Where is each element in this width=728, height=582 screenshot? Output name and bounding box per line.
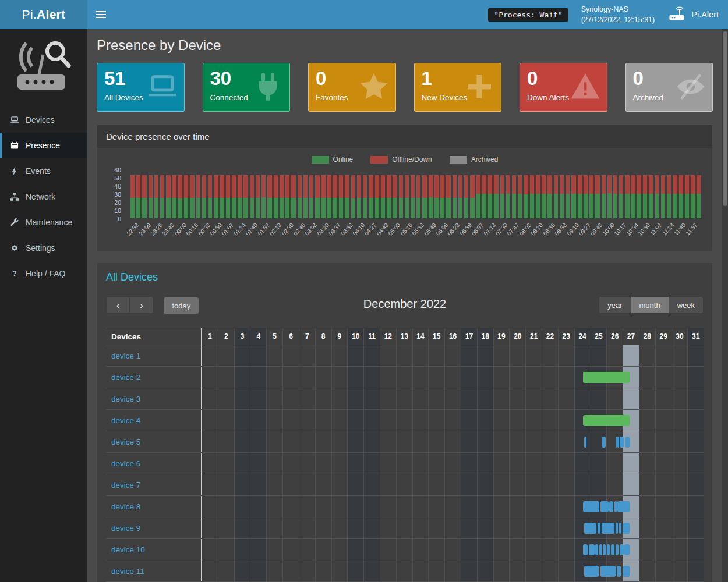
chart-bar[interactable] [196, 175, 200, 218]
presence-event-session[interactable] [617, 436, 619, 448]
chart-bar[interactable] [399, 175, 403, 218]
chart-bar[interactable] [542, 175, 546, 218]
chart-bar[interactable] [351, 175, 355, 218]
chart-bar[interactable] [578, 175, 582, 218]
chart-bar[interactable] [643, 175, 647, 218]
chart-bar[interactable] [142, 175, 146, 218]
presence-event-session[interactable] [599, 544, 602, 555]
chart-bar[interactable] [256, 175, 260, 218]
chart-bar[interactable] [172, 175, 176, 218]
presence-event-session[interactable] [602, 436, 606, 448]
chart-bar[interactable] [166, 175, 170, 218]
presence-event-online[interactable] [583, 415, 630, 426]
chart-bar[interactable] [679, 175, 683, 218]
presence-event-session[interactable] [584, 523, 596, 534]
device-link[interactable]: device 10 [111, 545, 145, 554]
chart-bar[interactable] [411, 175, 415, 218]
sidebar-item-presence[interactable]: Presence [0, 133, 87, 158]
presence-event-session[interactable] [625, 436, 630, 448]
presence-event-session[interactable] [620, 544, 623, 555]
chart-bar[interactable] [190, 175, 194, 218]
app-logo[interactable]: Pi.Alert [0, 0, 87, 29]
presence-event-session[interactable] [584, 566, 599, 577]
chart-bar[interactable] [303, 175, 308, 218]
presence-event-session[interactable] [609, 501, 613, 512]
device-link[interactable]: device 3 [111, 395, 140, 403]
summary-card-connected[interactable]: 30Connected [203, 63, 291, 112]
summary-card-favorites[interactable]: 0Favorites [308, 63, 396, 112]
chart-bar[interactable] [571, 175, 575, 218]
chart-bar[interactable] [416, 175, 420, 218]
hamburger-menu-icon[interactable] [87, 0, 114, 29]
summary-card-new-devices[interactable]: 1New Devices [414, 63, 502, 112]
summary-card-down-alerts[interactable]: 0Down Alerts [520, 63, 607, 112]
chart-bar[interactable] [494, 175, 498, 218]
presence-event-session[interactable] [623, 566, 630, 577]
chart-bar[interactable] [536, 175, 540, 218]
view-week-button[interactable]: week [669, 296, 704, 314]
presence-event-session[interactable] [617, 566, 621, 577]
chart-bar[interactable] [453, 175, 457, 218]
chart-bar[interactable] [530, 175, 534, 218]
sidebar-item-devices[interactable]: Devices [0, 107, 87, 133]
chart-bar[interactable] [202, 175, 206, 218]
chart-bar[interactable] [464, 175, 468, 218]
chart-bar[interactable] [238, 175, 242, 218]
chart-bar[interactable] [149, 175, 153, 218]
device-link[interactable]: device 6 [111, 459, 140, 468]
chart-bar[interactable] [274, 175, 278, 218]
chart-bar[interactable] [518, 175, 522, 218]
chart-bar[interactable] [446, 175, 450, 218]
presence-event-session[interactable] [600, 566, 616, 577]
presence-event-session[interactable] [589, 544, 594, 555]
chart-bar[interactable] [602, 175, 606, 218]
chart-bar[interactable] [381, 175, 385, 218]
presence-event-session[interactable] [620, 436, 624, 448]
presence-event-session[interactable] [611, 544, 614, 555]
chart-bar[interactable] [130, 175, 135, 218]
chart-bar[interactable] [434, 175, 439, 218]
today-button[interactable]: today [163, 297, 199, 314]
chart-bar[interactable] [697, 175, 701, 218]
chart-bar[interactable] [589, 175, 593, 218]
chart-bar[interactable] [512, 175, 516, 218]
chart-bar[interactable] [243, 175, 248, 218]
chart-bar[interactable] [547, 175, 552, 218]
chart-bar[interactable] [619, 175, 623, 218]
chart-bar[interactable] [321, 175, 326, 218]
chart-bar[interactable] [232, 175, 236, 218]
chart-bar[interactable] [631, 175, 635, 218]
chart-bar[interactable] [470, 175, 474, 218]
presence-event-session[interactable] [616, 544, 619, 555]
device-link[interactable]: device 11 [111, 567, 144, 576]
view-year-button[interactable]: year [599, 296, 631, 314]
presence-event-session[interactable] [602, 523, 614, 534]
chart-bar[interactable] [363, 175, 367, 218]
presence-event-session[interactable] [583, 501, 599, 512]
chart-bar[interactable] [339, 175, 343, 218]
chart-bar[interactable] [280, 175, 284, 218]
chart-bar[interactable] [291, 175, 295, 218]
vertical-scrollbar[interactable] [722, 29, 728, 582]
chart-bar[interactable] [393, 175, 397, 218]
chart-bar[interactable] [560, 175, 564, 218]
next-button[interactable]: › [130, 296, 154, 314]
chart-bar[interactable] [250, 175, 254, 218]
chart-bar[interactable] [613, 175, 617, 218]
chart-bar[interactable] [261, 175, 266, 218]
chart-bar[interactable] [214, 175, 218, 218]
presence-event-session[interactable] [584, 436, 586, 448]
chart-bar[interactable] [267, 175, 271, 218]
chart-bar[interactable] [673, 175, 677, 218]
device-link[interactable]: device 5 [111, 438, 140, 446]
presence-event-session[interactable] [603, 544, 606, 555]
chart-bar[interactable] [226, 175, 230, 218]
chart-bar[interactable] [440, 175, 444, 218]
chart-bar[interactable] [422, 175, 426, 218]
device-link[interactable]: device 2 [111, 373, 140, 382]
summary-card-all-devices[interactable]: 51All Devices [97, 63, 185, 112]
sidebar-item-network[interactable]: Network [0, 184, 87, 210]
sidebar-item-maintenance[interactable]: Maintenance [0, 210, 87, 235]
presence-event-session[interactable] [624, 544, 629, 555]
chart-bar[interactable] [482, 175, 486, 218]
